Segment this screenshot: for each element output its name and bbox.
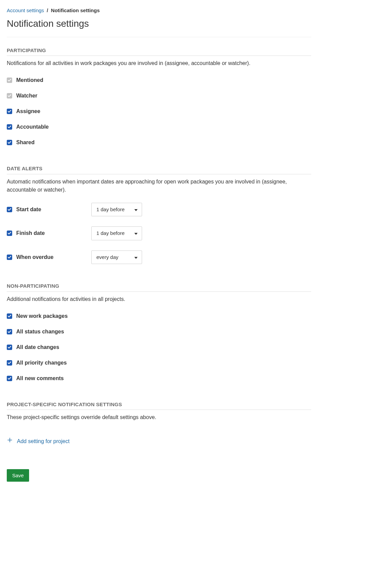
section-heading-project-specific: Project-specific notification settings — [7, 401, 311, 410]
check-icon — [7, 125, 11, 129]
breadcrumb: Account settings / Notification settings — [7, 7, 311, 15]
section-heading-date-alerts: Date alerts — [7, 165, 311, 174]
checkbox-finish-date[interactable] — [7, 231, 12, 236]
select-value-finish-date: 1 day before — [96, 229, 124, 237]
checkbox-row-mentioned: Mentioned — [7, 76, 311, 84]
select-overdue[interactable]: every day — [91, 250, 142, 264]
row-start-date: Start date 1 day before — [7, 203, 311, 217]
checkbox-priority-changes[interactable] — [7, 360, 12, 366]
checkbox-watcher — [7, 93, 12, 99]
check-icon — [7, 376, 11, 380]
checkbox-label-shared: Shared — [16, 138, 34, 147]
checkbox-label-assignee: Assignee — [16, 107, 40, 115]
page-title: Notification settings — [7, 17, 311, 31]
checkbox-row-date-changes: All date changes — [7, 343, 311, 351]
section-desc-non-participating: Additional notifications for activities … — [7, 295, 311, 303]
check-icon — [7, 345, 11, 349]
chevron-down-icon — [134, 229, 138, 237]
checkbox-label-finish-date: Finish date — [16, 229, 45, 237]
section-desc-project-specific: These project-specific settings override… — [7, 413, 311, 421]
check-icon — [7, 255, 11, 259]
select-value-overdue: every day — [96, 254, 118, 261]
divider — [7, 37, 311, 37]
row-overdue: When overdue every day — [7, 250, 311, 264]
section-project-specific: Project-specific notification settings T… — [7, 401, 311, 446]
checkbox-accountable[interactable] — [7, 124, 12, 130]
row-finish-date: Finish date 1 day before — [7, 226, 311, 240]
checkbox-label-mentioned: Mentioned — [16, 76, 43, 84]
section-desc-date-alerts: Automatic notifications when important d… — [7, 178, 311, 194]
checkbox-row-assignee: Assignee — [7, 107, 311, 115]
breadcrumb-parent-link[interactable]: Account settings — [7, 7, 44, 13]
section-heading-non-participating: Non-participating — [7, 282, 311, 292]
select-finish-date[interactable]: 1 day before — [91, 226, 142, 240]
check-icon — [7, 231, 11, 235]
add-project-setting-label: Add setting for project — [17, 437, 70, 445]
section-participating: Participating Notifications for all acti… — [7, 47, 311, 147]
checkbox-new-wp[interactable] — [7, 313, 12, 319]
checkbox-row-shared: Shared — [7, 138, 311, 147]
checkbox-shared[interactable] — [7, 140, 12, 145]
checkbox-label-new-comments: All new comments — [16, 374, 64, 382]
checkbox-label-overdue: When overdue — [16, 253, 53, 261]
checkbox-label-new-wp: New work packages — [16, 312, 68, 320]
checkbox-label-status-changes: All status changes — [16, 328, 64, 336]
checkbox-row-watcher: Watcher — [7, 92, 311, 100]
checkbox-label-priority-changes: All priority changes — [16, 359, 67, 367]
checkbox-assignee[interactable] — [7, 109, 12, 114]
checkbox-mentioned — [7, 78, 12, 83]
breadcrumb-current: Notification settings — [51, 7, 100, 13]
checkbox-row-new-wp: New work packages — [7, 312, 311, 320]
section-heading-participating: Participating — [7, 47, 311, 56]
checkbox-label-accountable: Accountable — [16, 123, 49, 131]
check-icon — [7, 207, 11, 212]
chevron-down-icon — [134, 206, 138, 214]
section-non-participating: Non-participating Additional notificatio… — [7, 282, 311, 382]
section-date-alerts: Date alerts Automatic notifications when… — [7, 165, 311, 264]
check-icon — [7, 140, 11, 145]
checkbox-new-comments[interactable] — [7, 376, 12, 381]
check-icon — [7, 94, 11, 98]
chevron-down-icon — [134, 254, 138, 261]
checkbox-label-start-date: Start date — [16, 205, 41, 214]
select-start-date[interactable]: 1 day before — [91, 203, 142, 217]
checkbox-row-accountable: Accountable — [7, 123, 311, 131]
add-project-setting-button[interactable]: Add setting for project — [7, 437, 70, 445]
breadcrumb-separator: / — [47, 7, 48, 13]
svg-marker-0 — [134, 209, 138, 211]
plus-icon — [7, 437, 13, 445]
checkbox-label-watcher: Watcher — [16, 92, 38, 100]
checkbox-row-new-comments: All new comments — [7, 374, 311, 382]
checkbox-label-date-changes: All date changes — [16, 343, 59, 351]
checkbox-date-changes[interactable] — [7, 345, 12, 350]
save-button[interactable]: Save — [7, 469, 29, 482]
checkbox-start-date[interactable] — [7, 207, 12, 212]
check-icon — [7, 109, 11, 113]
check-icon — [7, 361, 11, 365]
checkbox-overdue[interactable] — [7, 255, 12, 260]
svg-marker-2 — [134, 257, 138, 259]
section-desc-participating: Notifications for all activities in work… — [7, 59, 311, 67]
checkbox-status-changes[interactable] — [7, 329, 12, 334]
checkbox-row-status-changes: All status changes — [7, 328, 311, 336]
check-icon — [7, 330, 11, 334]
check-icon — [7, 314, 11, 318]
check-icon — [7, 78, 11, 82]
svg-marker-1 — [134, 233, 138, 235]
checkbox-row-priority-changes: All priority changes — [7, 359, 311, 367]
select-value-start-date: 1 day before — [96, 206, 124, 214]
